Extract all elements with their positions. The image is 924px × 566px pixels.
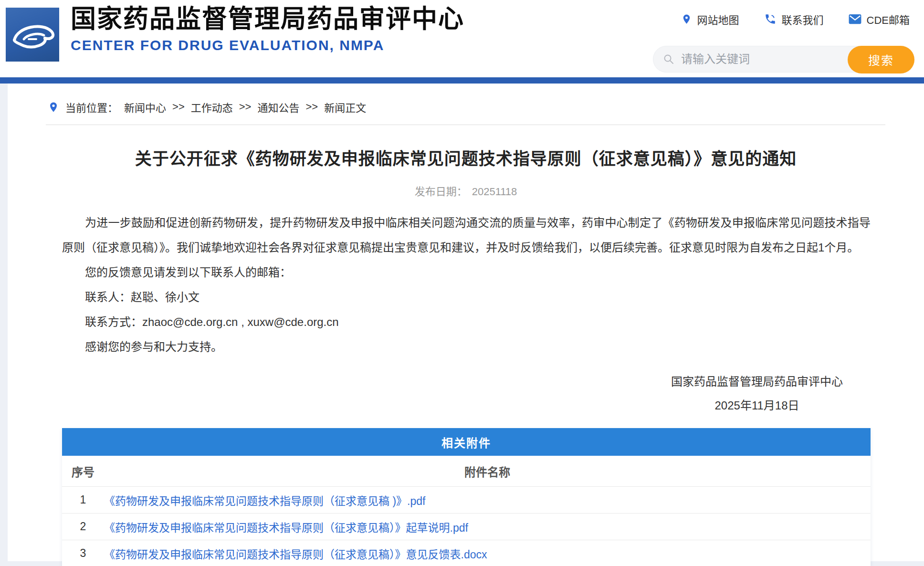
table-row: 1 《药物研发及申报临床常见问题技术指导原则（征求意见稿 )》.pdf xyxy=(62,486,871,513)
article-title: 关于公开征求《药物研发及申报临床常见问题技术指导原则（征求意见稿）》意见的通知 xyxy=(65,145,867,169)
sitemap-link-label: 网站地图 xyxy=(697,11,739,27)
article-paragraph-contacts: 联系人：赵聪、徐小文 xyxy=(62,285,871,310)
breadcrumb-item-news-center[interactable]: 新闻中心 xyxy=(124,99,166,115)
mail-icon xyxy=(849,14,861,24)
table-row: 2 《药物研发及申报临床常见问题技术指导原则（征求意见稿）》起草说明.pdf xyxy=(62,513,871,540)
site-title-cn: 国家药品监督管理局药品审评中心 xyxy=(71,4,464,34)
breadcrumb-separator: >> xyxy=(239,101,252,113)
header-divider-bar xyxy=(0,77,924,84)
sitemap-link[interactable]: 网站地图 xyxy=(681,11,739,27)
attachment-index: 1 xyxy=(62,493,104,506)
breadcrumb-item-article: 新闻正文 xyxy=(324,99,366,115)
attachment-link-feedback-form-docx[interactable]: 《药物研发及申报临床常见问题技术指导原则（征求意见稿）》意见反馈表.docx xyxy=(104,548,487,561)
column-header-name: 附件名称 xyxy=(104,463,871,480)
article-paragraph: 您的反馈意见请发到以下联系人的邮箱： xyxy=(62,260,871,285)
content-panel: 当前位置： 新闻中心 >> 工作动态 >> 通知公告 >> 新闻正文 关于公开征… xyxy=(8,84,924,561)
search-icon xyxy=(663,53,674,65)
site-header: 国家药品监督管理局药品审评中心 CENTER FOR DRUG EVALUATI… xyxy=(0,0,924,77)
search-button[interactable]: 搜索 xyxy=(848,46,914,73)
attachment-index: 3 xyxy=(62,547,104,560)
attachment-link-drafting-notes-pdf[interactable]: 《药物研发及申报临床常见问题技术指导原则（征求意见稿）》起草说明.pdf xyxy=(104,522,468,534)
breadcrumb-item-notices[interactable]: 通知公告 xyxy=(257,99,299,115)
article-body: 为进一步鼓励和促进创新药物研发，提升药物研发及申报中临床相关问题沟通交流的质量与… xyxy=(8,210,924,359)
attachment-index: 2 xyxy=(62,520,104,533)
article-paragraph-emails: 联系方式：zhaoc@cde.org.cn , xuxw@cde.org.cn xyxy=(62,310,871,335)
publish-date-label: 发布日期： xyxy=(415,186,467,198)
attachment-link-guideline-pdf[interactable]: 《药物研发及申报临床常见问题技术指导原则（征求意见稿 )》.pdf xyxy=(104,495,425,507)
header-quick-links: 网站地图 联系我们 CDE邮箱 xyxy=(681,11,910,27)
article-paragraph: 感谢您的参与和大力支持。 xyxy=(62,335,871,359)
site-title-en: CENTER FOR DRUG EVALUATION, NMPA xyxy=(71,37,464,53)
contact-us-link-label: 联系我们 xyxy=(782,11,824,27)
map-pin-icon xyxy=(681,12,692,26)
publish-date: 发布日期：20251118 xyxy=(8,183,924,198)
breadcrumb-divider xyxy=(46,125,885,125)
breadcrumb-prefix: 当前位置： xyxy=(65,99,118,115)
publish-date-value: 20251118 xyxy=(472,186,517,198)
table-row: 3 《药物研发及申报临床常见问题技术指导原则（征求意见稿）》意见反馈表.docx xyxy=(62,540,871,566)
column-header-index: 序号 xyxy=(62,463,104,480)
attachments-title: 相关附件 xyxy=(62,428,871,456)
article-signature: 国家药品监督管理局药品审评中心 2025年11月18日 xyxy=(671,370,843,418)
breadcrumb-separator: >> xyxy=(305,101,318,113)
article-paragraph: 为进一步鼓励和促进创新药物研发，提升药物研发及申报中临床相关问题沟通交流的质量与… xyxy=(62,210,871,260)
signature-org: 国家药品监督管理局药品审评中心 xyxy=(671,370,843,394)
cde-logo[interactable] xyxy=(6,8,59,62)
cde-mail-link-label: CDE邮箱 xyxy=(867,11,910,27)
logo-swoosh-icon xyxy=(8,12,57,56)
attachments-column-header: 序号 附件名称 xyxy=(62,456,871,486)
location-pin-icon xyxy=(48,100,59,114)
phone-icon xyxy=(764,13,777,25)
breadcrumb-separator: >> xyxy=(172,101,185,113)
signature-date: 2025年11月18日 xyxy=(671,394,843,418)
attachments-table: 相关附件 序号 附件名称 1 《药物研发及申报临床常见问题技术指导原则（征求意见… xyxy=(62,428,871,566)
breadcrumb: 当前位置： 新闻中心 >> 工作动态 >> 通知公告 >> 新闻正文 xyxy=(48,99,924,115)
site-titles: 国家药品监督管理局药品审评中心 CENTER FOR DRUG EVALUATI… xyxy=(71,4,464,53)
cde-mail-link[interactable]: CDE邮箱 xyxy=(849,11,910,27)
search-bar: 搜索 xyxy=(653,46,914,73)
breadcrumb-item-work-trends[interactable]: 工作动态 xyxy=(191,99,233,115)
contact-us-link[interactable]: 联系我们 xyxy=(764,11,824,27)
